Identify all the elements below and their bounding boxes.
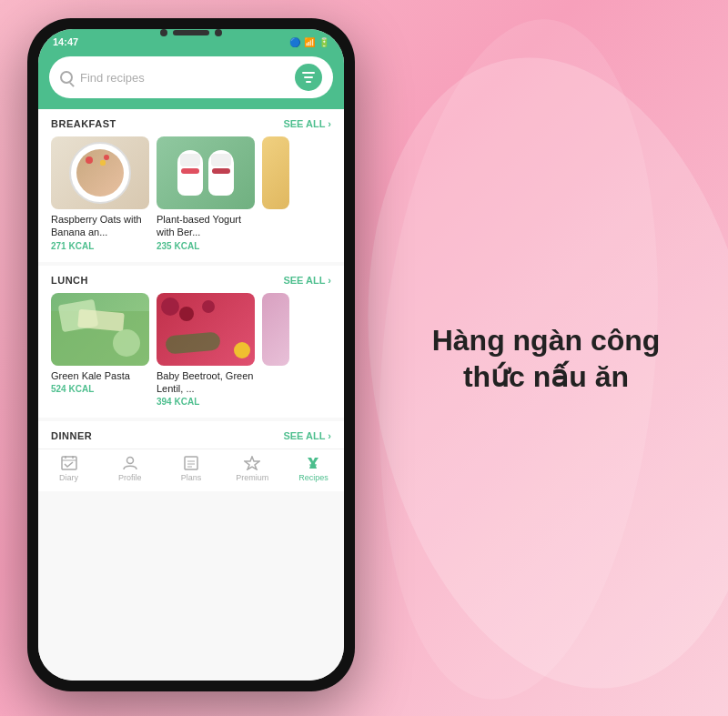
- lunch-title: LUNCH: [51, 275, 88, 286]
- svg-marker-9: [245, 457, 259, 469]
- lunch-partial-image: [262, 293, 289, 366]
- promo-section: Hàng ngàn công thức nấu ăn: [419, 322, 673, 395]
- profile-nav-label: Profile: [118, 473, 142, 482]
- nav-diary[interactable]: Diary: [38, 455, 99, 482]
- recipes-nav-icon: [306, 456, 320, 470]
- breakfast-cards: Raspberry Oats with Banana an... 271 KCA…: [51, 136, 331, 262]
- lunch-header: LUNCH SEE ALL: [51, 275, 331, 286]
- breakfast-card-2[interactable]: Plant-based Yogurt with Ber... 235 KCAL: [157, 136, 255, 251]
- nav-profile[interactable]: Profile: [99, 455, 160, 482]
- kale-pasta-title: Green Kale Pasta: [51, 369, 149, 382]
- phone-mockup: 14:47 🔵 📶 🔋 Find recipes: [27, 18, 355, 691]
- breakfast-section: BREAKFAST SEE ALL: [38, 109, 344, 262]
- status-icons: 🔵 📶 🔋: [289, 37, 329, 47]
- yogurt-image: [157, 136, 255, 209]
- filter-button[interactable]: [295, 64, 322, 91]
- yogurt-kcal: 235 KCAL: [157, 241, 255, 251]
- dinner-see-all[interactable]: SEE ALL: [283, 430, 331, 441]
- beetroot-image: [157, 293, 255, 366]
- search-bar[interactable]: Find recipes: [49, 56, 333, 98]
- nav-premium[interactable]: Premium: [222, 455, 283, 482]
- lunch-card-1[interactable]: Green Kale Pasta 524 KCAL: [51, 293, 149, 408]
- breakfast-title: BREAKFAST: [51, 118, 116, 129]
- partial-image: [262, 136, 289, 209]
- breakfast-card-partial: [262, 136, 289, 251]
- plans-nav-icon: [184, 456, 198, 470]
- search-area: Find recipes: [38, 51, 344, 109]
- status-time: 14:47: [53, 36, 78, 47]
- promo-headline: Hàng ngàn công thức nấu ăn: [419, 322, 673, 395]
- premium-nav-icon: [244, 456, 260, 470]
- dinner-section: DINNER SEE ALL: [38, 421, 344, 449]
- nav-recipes[interactable]: Recipes: [283, 455, 344, 482]
- yogurt-title: Plant-based Yogurt with Ber...: [157, 213, 255, 239]
- diary-nav-icon: [61, 456, 77, 470]
- search-input[interactable]: Find recipes: [80, 71, 288, 85]
- beetroot-kcal: 394 KCAL: [157, 397, 255, 407]
- beetroot-title: Baby Beetroot, Green Lentil, ...: [157, 369, 255, 396]
- dinner-header: DINNER SEE ALL: [51, 430, 331, 441]
- raspberry-oats-title: Raspberry Oats with Banana an...: [51, 213, 149, 239]
- raspberry-oats-kcal: 271 KCAL: [51, 241, 149, 251]
- plans-nav-label: Plans: [181, 473, 202, 482]
- nav-plans[interactable]: Plans: [160, 455, 221, 482]
- svg-point-4: [126, 458, 133, 464]
- lunch-see-all[interactable]: SEE ALL: [283, 275, 331, 286]
- recipes-nav-label: Recipes: [298, 473, 329, 482]
- raspberry-oats-image: [51, 136, 149, 209]
- lunch-card-2[interactable]: Baby Beetroot, Green Lentil, ... 394 KCA…: [157, 293, 255, 408]
- diary-nav-label: Diary: [59, 473, 78, 482]
- breakfast-see-all[interactable]: SEE ALL: [283, 118, 331, 129]
- search-icon: [60, 71, 73, 84]
- kale-pasta-kcal: 524 KCAL: [51, 384, 149, 394]
- profile-nav-icon: [123, 456, 137, 470]
- premium-nav-label: Premium: [236, 473, 268, 482]
- bottom-navigation: Diary Profile: [38, 449, 344, 491]
- svg-rect-5: [185, 457, 197, 469]
- kale-pasta-image: [51, 293, 149, 366]
- lunch-section: LUNCH SEE ALL: [38, 266, 344, 419]
- breakfast-header: BREAKFAST SEE ALL: [51, 118, 331, 129]
- breakfast-card-1[interactable]: Raspberry Oats with Banana an... 271 KCA…: [51, 136, 149, 251]
- content-area: BREAKFAST SEE ALL: [38, 109, 344, 681]
- lunch-cards: Green Kale Pasta 524 KCAL: [51, 293, 331, 419]
- svg-rect-0: [62, 457, 76, 469]
- dinner-title: DINNER: [51, 430, 92, 441]
- lunch-card-partial: [262, 293, 289, 408]
